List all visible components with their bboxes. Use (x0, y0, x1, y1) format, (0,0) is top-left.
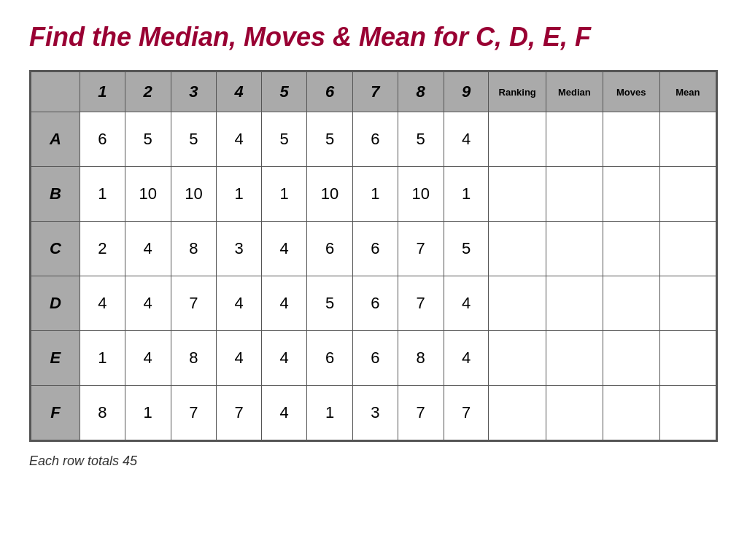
cell-f-5: 4 (262, 386, 307, 440)
extra-cell-f-median (546, 386, 603, 440)
extra-cell-e-median (546, 331, 603, 386)
cell-a-9: 4 (444, 112, 489, 167)
cell-a-5: 5 (262, 112, 307, 167)
cell-f-2: 1 (125, 386, 171, 440)
cell-e-7: 6 (352, 331, 398, 386)
cell-f-8: 7 (398, 386, 444, 440)
cell-e-6: 6 (307, 331, 353, 386)
row-label-f: F (31, 386, 80, 440)
cell-f-1: 8 (80, 386, 125, 440)
cell-a-1: 6 (80, 112, 125, 167)
extra-cell-b-median (546, 167, 603, 222)
cell-f-6: 1 (307, 386, 353, 440)
table-row: B1101011101101 (31, 167, 716, 222)
column-header-row: 1 2 3 4 5 6 7 8 9 Ranking Median Moves M… (31, 72, 716, 112)
cell-b-7: 1 (352, 167, 398, 222)
row-label-d: D (31, 276, 80, 331)
table-row: A655455654 (31, 112, 716, 167)
table-body: A655455654B1101011101101C248346675D44744… (31, 112, 716, 440)
cell-a-3: 5 (171, 112, 217, 167)
cell-a-6: 5 (307, 112, 353, 167)
row-label-e: E (31, 331, 80, 386)
cell-a-8: 5 (398, 112, 444, 167)
cell-c-8: 7 (398, 222, 444, 276)
cell-c-7: 6 (352, 222, 398, 276)
cell-c-5: 4 (262, 222, 307, 276)
cell-c-3: 8 (171, 222, 217, 276)
extra-cell-e-moves (603, 331, 659, 386)
page-title: Find the Median, Moves & Mean for C, D, … (29, 22, 718, 52)
col-header-median: Median (546, 72, 603, 112)
cell-b-8: 10 (398, 167, 444, 222)
cell-a-4: 4 (217, 112, 262, 167)
cell-e-1: 1 (80, 331, 125, 386)
cell-a-7: 6 (352, 112, 398, 167)
cell-b-9: 1 (444, 167, 489, 222)
cell-a-2: 5 (125, 112, 171, 167)
cell-d-8: 7 (398, 276, 444, 331)
col-header-2: 2 (125, 72, 171, 112)
cell-e-4: 4 (217, 331, 262, 386)
footer-note: Each row totals 45 (29, 454, 718, 469)
extra-cell-b-mean (659, 167, 716, 222)
cell-d-5: 4 (262, 276, 307, 331)
main-table-wrapper: 1 2 3 4 5 6 7 8 9 Ranking Median Moves M… (29, 70, 718, 442)
extra-cell-d-ranking (489, 276, 546, 331)
cell-d-6: 5 (307, 276, 353, 331)
cell-c-2: 4 (125, 222, 171, 276)
cell-b-2: 10 (125, 167, 171, 222)
cell-e-9: 4 (444, 331, 489, 386)
cell-d-3: 7 (171, 276, 217, 331)
table-row: D447445674 (31, 276, 716, 331)
cell-b-1: 1 (80, 167, 125, 222)
col-header-8: 8 (398, 72, 444, 112)
cell-c-1: 2 (80, 222, 125, 276)
data-table: 1 2 3 4 5 6 7 8 9 Ranking Median Moves M… (31, 71, 716, 440)
cell-d-7: 6 (352, 276, 398, 331)
cell-d-4: 4 (217, 276, 262, 331)
extra-cell-c-moves (603, 222, 659, 276)
extra-cell-a-mean (659, 112, 716, 167)
col-header-9: 9 (444, 72, 489, 112)
cell-c-4: 3 (217, 222, 262, 276)
cell-e-2: 4 (125, 331, 171, 386)
cell-b-6: 10 (307, 167, 353, 222)
extra-cell-f-mean (659, 386, 716, 440)
cell-d-2: 4 (125, 276, 171, 331)
extra-cell-a-ranking (489, 112, 546, 167)
col-header-mean: Mean (659, 72, 716, 112)
cell-f-9: 7 (444, 386, 489, 440)
cell-c-6: 6 (307, 222, 353, 276)
extra-cell-a-median (546, 112, 603, 167)
extra-cell-d-moves (603, 276, 659, 331)
col-header-7: 7 (352, 72, 398, 112)
cell-c-9: 5 (444, 222, 489, 276)
table-row: C248346675 (31, 222, 716, 276)
cell-f-4: 7 (217, 386, 262, 440)
extra-cell-b-moves (603, 167, 659, 222)
col-header-moves: Moves (603, 72, 659, 112)
cell-f-3: 7 (171, 386, 217, 440)
extra-cell-c-median (546, 222, 603, 276)
col-header-ranking: Ranking (489, 72, 546, 112)
extra-cell-c-mean (659, 222, 716, 276)
col-header-4: 4 (217, 72, 262, 112)
cell-e-8: 8 (398, 331, 444, 386)
table-row: E148446684 (31, 331, 716, 386)
cell-b-4: 1 (217, 167, 262, 222)
cell-d-1: 4 (80, 276, 125, 331)
extra-cell-e-mean (659, 331, 716, 386)
cell-e-5: 4 (262, 331, 307, 386)
col-header-6: 6 (307, 72, 353, 112)
extra-cell-a-moves (603, 112, 659, 167)
extra-cell-f-moves (603, 386, 659, 440)
cell-b-5: 1 (262, 167, 307, 222)
extra-cell-d-mean (659, 276, 716, 331)
extra-cell-b-ranking (489, 167, 546, 222)
cell-f-7: 3 (352, 386, 398, 440)
row-label-a: A (31, 112, 80, 167)
col-header-1: 1 (80, 72, 125, 112)
extra-cell-d-median (546, 276, 603, 331)
corner-cell (31, 72, 80, 112)
col-header-5: 5 (262, 72, 307, 112)
